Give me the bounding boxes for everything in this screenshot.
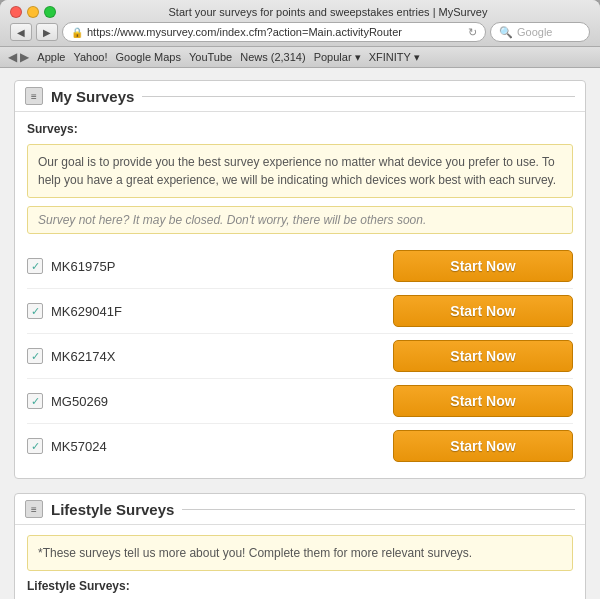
- survey-row: ✓ MG50269 Start Now: [27, 379, 573, 424]
- reload-icon[interactable]: ↻: [468, 26, 477, 39]
- search-icon: 🔍: [499, 26, 513, 39]
- lifestyle-info-text: *These surveys tell us more about you! C…: [38, 546, 472, 560]
- lifestyle-surveys-section: ≡ Lifestyle Surveys *These surveys tell …: [14, 493, 586, 599]
- survey-name-1: MK61975P: [51, 259, 393, 274]
- bookmark-apple[interactable]: Apple: [37, 51, 65, 63]
- bookmark-googlemaps[interactable]: Google Maps: [116, 51, 181, 63]
- survey-name-3: MK62174X: [51, 349, 393, 364]
- bookmarks-bar: ◀ ▶ Apple Yahoo! Google Maps YouTube New…: [0, 47, 600, 68]
- my-surveys-icon: ≡: [25, 87, 43, 105]
- survey-row: ✓ MK629041F Start Now: [27, 289, 573, 334]
- bookmark-popular[interactable]: Popular ▾: [314, 51, 361, 64]
- survey-name-4: MG50269: [51, 394, 393, 409]
- survey-name-5: MK57024: [51, 439, 393, 454]
- bookmark-news[interactable]: News (2,314): [240, 51, 305, 63]
- survey-row: ✓ MK61975P Start Now: [27, 244, 573, 289]
- forward-button[interactable]: ▶: [36, 23, 58, 41]
- my-surveys-section: ≡ My Surveys Surveys: Our goal is to pro…: [14, 80, 586, 479]
- minimize-button[interactable]: [27, 6, 39, 18]
- my-surveys-divider: [142, 96, 575, 97]
- address-bar[interactable]: 🔒 https://www.mysurvey.com/index.cfm?act…: [62, 22, 486, 42]
- window-controls: [10, 6, 56, 18]
- survey-checkbox-4[interactable]: ✓: [27, 393, 43, 409]
- start-now-button-2[interactable]: Start Now: [393, 295, 573, 327]
- my-surveys-body: Surveys: Our goal is to provide you the …: [15, 112, 585, 478]
- start-now-button-4[interactable]: Start Now: [393, 385, 573, 417]
- lifestyle-label: Lifestyle Surveys:: [27, 579, 573, 593]
- bookmark-yahoo[interactable]: Yahoo!: [73, 51, 107, 63]
- search-bar[interactable]: 🔍 Google: [490, 22, 590, 42]
- lifestyle-surveys-body: *These surveys tell us more about you! C…: [15, 525, 585, 599]
- close-button[interactable]: [10, 6, 22, 18]
- start-now-button-5[interactable]: Start Now: [393, 430, 573, 462]
- title-bar: Start your surveys for points and sweeps…: [0, 0, 600, 47]
- start-now-button-1[interactable]: Start Now: [393, 250, 573, 282]
- bookmark-xfinity[interactable]: XFINITY ▾: [369, 51, 420, 64]
- lifestyle-surveys-title: Lifestyle Surveys: [51, 501, 174, 518]
- surveys-notice-text: Survey not here? It may be closed. Don't…: [38, 213, 426, 227]
- surveys-notice-box: Survey not here? It may be closed. Don't…: [27, 206, 573, 234]
- surveys-info-text: Our goal is to provide you the best surv…: [38, 155, 556, 187]
- start-now-button-3[interactable]: Start Now: [393, 340, 573, 372]
- my-surveys-header: ≡ My Surveys: [15, 81, 585, 112]
- survey-checkbox-2[interactable]: ✓: [27, 303, 43, 319]
- bookmark-youtube[interactable]: YouTube: [189, 51, 232, 63]
- lifestyle-info-box: *These surveys tell us more about you! C…: [27, 535, 573, 571]
- survey-checkbox-5[interactable]: ✓: [27, 438, 43, 454]
- surveys-label: Surveys:: [27, 122, 573, 136]
- nav-bar: ◀ ▶ 🔒 https://www.mysurvey.com/index.cfm…: [10, 22, 590, 42]
- maximize-button[interactable]: [44, 6, 56, 18]
- search-placeholder: Google: [517, 26, 552, 38]
- survey-name-2: MK629041F: [51, 304, 393, 319]
- page-title: Start your surveys for points and sweeps…: [66, 6, 590, 18]
- browser-window: Start your surveys for points and sweeps…: [0, 0, 600, 599]
- url-text: https://www.mysurvey.com/index.cfm?actio…: [87, 26, 464, 38]
- lock-icon: 🔒: [71, 27, 83, 38]
- survey-row: ✓ MK62174X Start Now: [27, 334, 573, 379]
- survey-checkbox-1[interactable]: ✓: [27, 258, 43, 274]
- back-button[interactable]: ◀: [10, 23, 32, 41]
- survey-checkbox-3[interactable]: ✓: [27, 348, 43, 364]
- page-content: ≡ My Surveys Surveys: Our goal is to pro…: [0, 68, 600, 599]
- surveys-info-box: Our goal is to provide you the best surv…: [27, 144, 573, 198]
- lifestyle-surveys-icon: ≡: [25, 500, 43, 518]
- lifestyle-surveys-divider: [182, 509, 575, 510]
- nav-arrows: ◀ ▶: [8, 50, 29, 64]
- my-surveys-title: My Surveys: [51, 88, 134, 105]
- lifestyle-surveys-header: ≡ Lifestyle Surveys: [15, 494, 585, 525]
- survey-row: ✓ MK57024 Start Now: [27, 424, 573, 468]
